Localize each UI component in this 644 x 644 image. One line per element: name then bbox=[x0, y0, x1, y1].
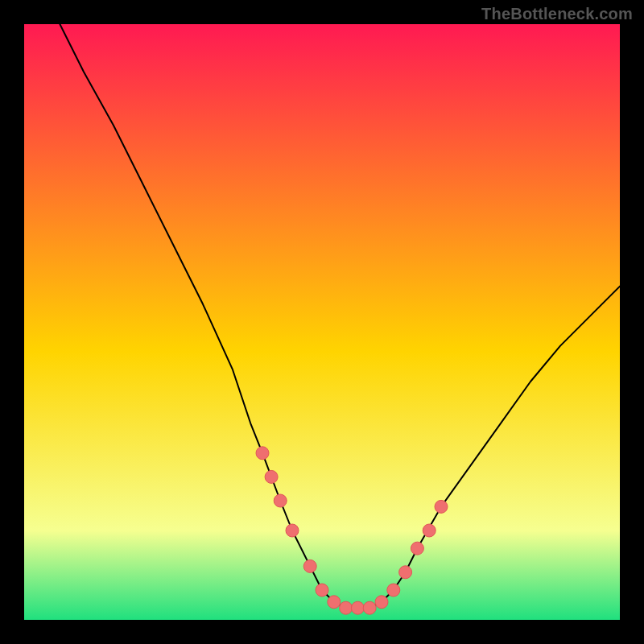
marker-point bbox=[340, 601, 353, 614]
chart-frame: TheBottleneck.com bbox=[0, 0, 644, 644]
marker-point bbox=[328, 596, 341, 609]
marker-point bbox=[399, 566, 412, 579]
plot-area bbox=[24, 24, 620, 620]
watermark-text: TheBottleneck.com bbox=[481, 5, 633, 23]
marker-point bbox=[303, 559, 316, 572]
marker-point bbox=[423, 524, 436, 537]
marker-point bbox=[411, 542, 423, 555]
marker-point bbox=[375, 596, 388, 609]
marker-point bbox=[286, 524, 299, 537]
marker-point bbox=[435, 500, 448, 513]
marker-point bbox=[351, 601, 364, 614]
marker-point bbox=[274, 494, 287, 507]
marker-point bbox=[256, 447, 269, 460]
marker-point bbox=[363, 601, 376, 614]
marker-point bbox=[265, 470, 278, 483]
marker-point bbox=[316, 584, 328, 597]
bottleneck-plot-svg bbox=[24, 24, 620, 620]
gradient-background bbox=[24, 24, 620, 620]
marker-point bbox=[387, 584, 400, 597]
